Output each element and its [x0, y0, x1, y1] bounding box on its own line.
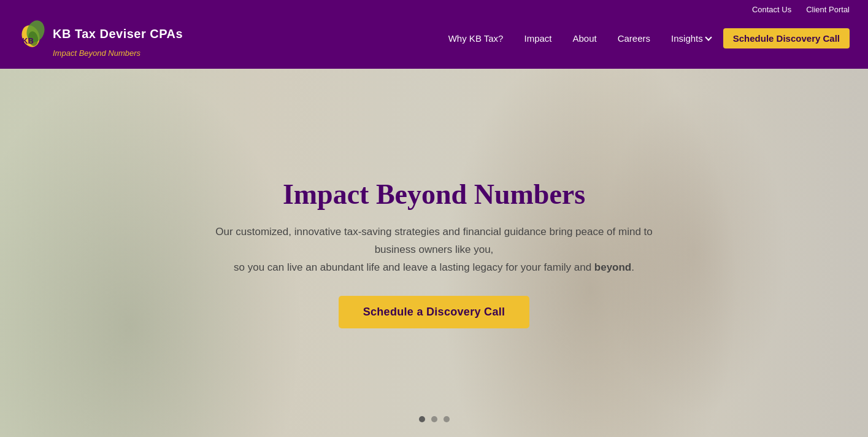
hero-subtitle: Our customized, innovative tax-saving st… [207, 223, 661, 277]
nav-links: Why KB Tax? Impact About Careers Insight… [440, 28, 850, 48]
logo-text: KB Tax Deviser CPAs [53, 27, 183, 41]
nav-insights[interactable]: Insights [663, 28, 720, 48]
hero-title: Impact Beyond Numbers [207, 177, 661, 211]
nav-impact[interactable]: Impact [515, 28, 560, 48]
insights-chevron-icon [705, 34, 712, 41]
top-bar: Contact Us Client Portal [0, 0, 868, 19]
nav-why-kb-tax[interactable]: Why KB Tax? [440, 28, 512, 48]
slider-dot-3[interactable] [444, 416, 450, 422]
contact-us-link[interactable]: Contact Us [752, 5, 791, 14]
nav-schedule-discovery-call[interactable]: Schedule Discovery Call [723, 28, 850, 48]
main-nav: KB KB Tax Deviser CPAs Impact Beyond Num… [0, 19, 868, 69]
client-portal-link[interactable]: Client Portal [806, 5, 850, 14]
hero-cta-button[interactable]: Schedule a Discovery Call [339, 296, 530, 328]
logo-tagline: Impact Beyond Numbers [53, 48, 140, 58]
logo-icon: KB [18, 19, 48, 48]
logo-area: KB KB Tax Deviser CPAs Impact Beyond Num… [18, 19, 183, 58]
slider-dots [419, 416, 450, 422]
slider-dot-2[interactable] [431, 416, 437, 422]
nav-about[interactable]: About [564, 28, 605, 48]
hero-section: Impact Beyond Numbers Our customized, in… [0, 69, 868, 437]
svg-text:KB: KB [22, 36, 34, 45]
nav-careers[interactable]: Careers [609, 28, 659, 48]
hero-content: Impact Beyond Numbers Our customized, in… [195, 165, 674, 341]
slider-dot-1[interactable] [419, 416, 425, 422]
